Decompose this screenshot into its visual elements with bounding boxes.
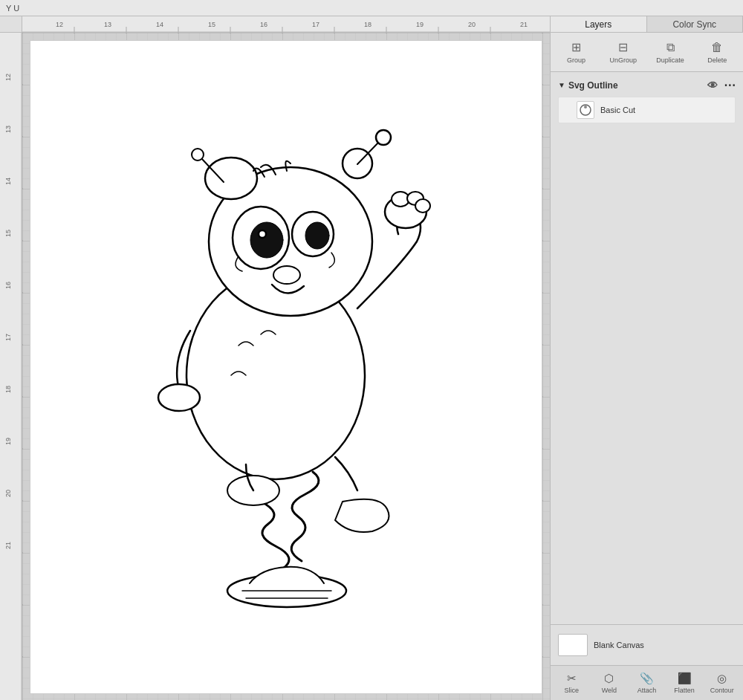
svg-text:18: 18 — [364, 21, 372, 28]
right-panel: Layers Color Sync ⊞ Group ⊟ UnGroup ⧉ Du… — [550, 16, 743, 700]
more-options-icon[interactable]: ⋯ — [724, 78, 736, 92]
canvas-content — [22, 33, 550, 700]
svg-text:17: 17 — [4, 334, 12, 341]
layer-thumbnail — [577, 101, 594, 119]
group-button[interactable]: ⊞ Group — [554, 37, 599, 67]
blank-canvas-thumbnail — [558, 634, 588, 656]
slice-icon: ✂ — [567, 672, 577, 685]
contour-icon: ◎ — [717, 672, 727, 685]
duplicate-button[interactable]: ⧉ Duplicate — [648, 37, 693, 67]
delete-icon: 🗑 — [711, 41, 723, 54]
svg-point-55 — [584, 106, 587, 108]
flatten-button[interactable]: ⬛ Flatten — [666, 669, 703, 697]
layer-group-svg: ▼ Svg Outline 👁 ⋯ Basic Cut — [551, 75, 743, 123]
duplicate-icon: ⧉ — [666, 41, 675, 54]
grid — [22, 33, 550, 700]
group-icon: ⊞ — [571, 40, 581, 54]
layer-group-name: Svg Outline — [568, 80, 618, 91]
ruler-left: 12 13 14 15 16 17 18 19 20 21 — [0, 33, 22, 700]
svg-point-40 — [250, 222, 283, 258]
svg-text:19: 19 — [416, 21, 424, 28]
svg-text:13: 13 — [104, 21, 111, 28]
blank-canvas-label: Blank Canvas — [594, 641, 644, 649]
ungroup-button[interactable]: ⊟ UnGroup — [600, 37, 646, 67]
svg-point-36 — [192, 149, 204, 161]
svg-text:14: 14 — [4, 178, 12, 185]
coord-display: Y U — [6, 4, 19, 13]
svg-point-38 — [376, 130, 391, 145]
panel-tabs: Layers Color Sync — [551, 16, 743, 33]
svg-text:21: 21 — [4, 542, 12, 549]
layer-item-label: Basic Cut — [600, 106, 635, 114]
ruler-corner — [0, 16, 22, 33]
attach-button[interactable]: 📎 Attach — [629, 669, 665, 697]
contour-button[interactable]: ◎ Contour — [704, 669, 740, 697]
svg-point-49 — [158, 384, 200, 411]
panel-bottom-toolbar: ✂ Slice ⬡ Weld 📎 Attach ⬛ Flatten ◎ Cont… — [551, 665, 743, 700]
layers-section: ▼ Svg Outline 👁 ⋯ Basic Cut — [551, 72, 743, 624]
weld-icon: ⬡ — [604, 672, 614, 685]
delete-button[interactable]: 🗑 Delete — [695, 37, 740, 67]
svg-text:14: 14 — [156, 21, 163, 28]
expand-arrow-icon: ▼ — [558, 81, 565, 89]
blank-canvas-item[interactable]: Blank Canvas — [555, 631, 739, 659]
svg-text:12: 12 — [4, 74, 12, 81]
tab-colorsync[interactable]: Color Sync — [647, 16, 744, 32]
weld-button[interactable]: ⬡ Weld — [591, 669, 628, 697]
ruler-top: 12 13 14 15 16 17 18 19 20 21 — [22, 16, 550, 33]
svg-text:15: 15 — [208, 21, 215, 28]
svg-text:17: 17 — [312, 21, 319, 28]
layer-group-header[interactable]: ▼ Svg Outline 👁 ⋯ — [555, 75, 739, 95]
visibility-icon[interactable]: 👁 — [707, 80, 718, 91]
layer-item-basic-cut[interactable]: Basic Cut — [558, 97, 736, 123]
svg-text:12: 12 — [56, 21, 63, 28]
svg-illustration — [68, 78, 484, 613]
svg-point-33 — [205, 158, 257, 199]
svg-text:16: 16 — [260, 21, 267, 28]
svg-text:19: 19 — [4, 438, 12, 445]
attach-icon: 📎 — [640, 672, 654, 685]
flatten-icon: ⬛ — [678, 672, 692, 685]
svg-point-44 — [273, 266, 300, 284]
panel-toolbar: ⊞ Group ⊟ UnGroup ⧉ Duplicate 🗑 Delete — [551, 33, 743, 72]
svg-point-48 — [415, 199, 430, 213]
svg-point-41 — [259, 230, 266, 238]
svg-text:16: 16 — [4, 282, 12, 289]
canvas-area: 12 13 14 15 16 17 18 19 20 21 — [0, 16, 550, 700]
svg-text:13: 13 — [4, 126, 12, 133]
svg-text:20: 20 — [4, 490, 12, 497]
ungroup-icon: ⊟ — [618, 40, 628, 54]
svg-text:15: 15 — [4, 230, 12, 237]
tab-layers[interactable]: Layers — [551, 16, 647, 32]
white-canvas — [30, 40, 542, 694]
svg-text:20: 20 — [468, 21, 476, 28]
svg-point-43 — [305, 222, 329, 249]
svg-text:18: 18 — [4, 386, 12, 393]
svg-text:21: 21 — [520, 21, 528, 28]
blank-canvas-section: Blank Canvas — [551, 624, 743, 665]
slice-button[interactable]: ✂ Slice — [554, 669, 590, 697]
